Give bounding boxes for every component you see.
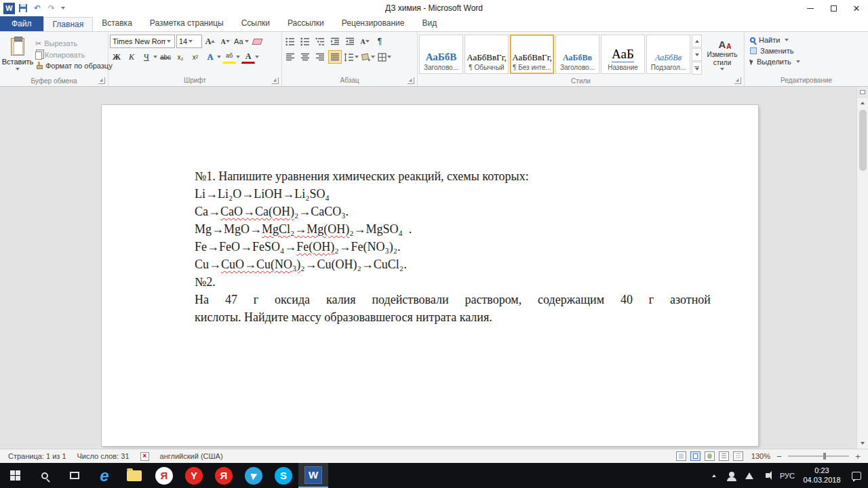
redo-button[interactable]: ↷ bbox=[45, 2, 58, 14]
undo-button[interactable]: ↶ bbox=[31, 2, 43, 14]
web-layout-button[interactable] bbox=[705, 451, 715, 461]
print-layout-button[interactable] bbox=[690, 451, 701, 461]
zoom-out-button[interactable]: − bbox=[774, 451, 784, 461]
change-styles-button[interactable]: АА Изменить стили bbox=[703, 35, 741, 75]
draft-view-button[interactable] bbox=[733, 451, 743, 461]
grow-font-button[interactable]: А bbox=[203, 35, 217, 48]
zoom-slider-thumb[interactable] bbox=[823, 453, 826, 460]
taskbar-app-explorer[interactable] bbox=[119, 463, 149, 488]
style-heading1[interactable]: АаБбВ Заголово... bbox=[419, 35, 463, 74]
zoom-in-button[interactable]: + bbox=[853, 451, 863, 461]
action-center-button[interactable] bbox=[845, 463, 868, 488]
tray-people-button[interactable] bbox=[723, 463, 741, 488]
text-effects-button[interactable]: А bbox=[203, 50, 217, 64]
justify-button[interactable] bbox=[328, 50, 342, 64]
numbering-button[interactable] bbox=[298, 35, 312, 48]
font-size-dropdown-icon[interactable] bbox=[189, 40, 193, 43]
tab-mailings[interactable]: Рассылки bbox=[279, 16, 333, 31]
highlight-color-button[interactable]: аб bbox=[222, 50, 236, 64]
change-case-button[interactable]: Аа bbox=[233, 35, 250, 48]
font-size-combobox[interactable]: 14 bbox=[176, 35, 202, 48]
word-app-icon[interactable]: W bbox=[3, 3, 15, 14]
font-family-combobox[interactable]: Times New Roman bbox=[110, 35, 175, 48]
superscript-button[interactable]: x² bbox=[189, 50, 202, 64]
taskbar-clock[interactable]: 0:23 04.03.2018 bbox=[799, 466, 845, 485]
underline-dropdown-icon[interactable] bbox=[153, 56, 157, 58]
minimize-button[interactable] bbox=[799, 0, 822, 16]
font-family-dropdown-icon[interactable] bbox=[167, 40, 171, 43]
scrollbar-thumb[interactable] bbox=[859, 110, 867, 171]
cut-button[interactable]: ✂ Вырезать bbox=[35, 39, 113, 48]
start-button[interactable] bbox=[0, 463, 30, 488]
align-left-button[interactable] bbox=[283, 50, 297, 64]
style-subtitle[interactable]: АаБбВв Подзагол... bbox=[646, 35, 690, 74]
tray-volume-button[interactable] bbox=[758, 463, 776, 488]
text-effects-dropdown-icon[interactable] bbox=[217, 56, 221, 58]
tab-page-layout[interactable]: Разметка страницы bbox=[141, 16, 233, 31]
decrease-indent-button[interactable] bbox=[328, 35, 342, 48]
style-no-spacing[interactable]: АаБбВвГг, ¶ Без инте... bbox=[510, 35, 554, 74]
paragraph-dialog-launcher[interactable] bbox=[408, 77, 414, 84]
shading-button[interactable] bbox=[361, 50, 376, 64]
close-button[interactable]: ✕ bbox=[845, 0, 868, 16]
styles-more-button[interactable] bbox=[692, 62, 702, 75]
zoom-slider[interactable] bbox=[788, 455, 849, 457]
tab-home[interactable]: Главная bbox=[43, 17, 94, 32]
borders-button[interactable] bbox=[377, 50, 392, 64]
scroll-down-button[interactable] bbox=[857, 438, 868, 449]
document-page[interactable]: №1. Напишите уравнения химических реакци… bbox=[102, 105, 758, 446]
save-button[interactable] bbox=[17, 2, 29, 14]
tab-references[interactable]: Ссылки bbox=[233, 16, 279, 31]
align-right-button[interactable] bbox=[313, 50, 327, 64]
font-dialog-launcher[interactable] bbox=[272, 77, 279, 84]
underline-button[interactable]: Ч bbox=[140, 50, 153, 64]
zoom-level[interactable]: 130% bbox=[751, 452, 770, 460]
styles-scroll-down-button[interactable] bbox=[692, 48, 702, 61]
style-title[interactable]: АаБ Название bbox=[601, 35, 645, 74]
language-switcher[interactable]: РУС bbox=[776, 463, 799, 488]
tab-view[interactable]: Вид bbox=[413, 16, 446, 31]
highlight-dropdown-icon[interactable] bbox=[236, 56, 240, 58]
taskbar-app-yandex2[interactable]: Я bbox=[209, 463, 239, 488]
strikethrough-button[interactable]: abc bbox=[159, 50, 172, 64]
font-color-button[interactable]: А bbox=[241, 50, 255, 64]
style-normal[interactable]: АаБбВвГг, ¶ Обычный bbox=[465, 35, 509, 74]
subscript-button[interactable]: x₂ bbox=[174, 50, 187, 64]
outline-view-button[interactable] bbox=[719, 451, 729, 461]
align-center-button[interactable] bbox=[298, 50, 312, 64]
proofing-status[interactable]: × bbox=[135, 449, 155, 463]
italic-button[interactable]: К bbox=[125, 50, 138, 64]
tab-file[interactable]: Файл bbox=[0, 16, 43, 31]
taskbar-app-telegram[interactable] bbox=[239, 463, 269, 488]
styles-scroll-up-button[interactable] bbox=[692, 35, 702, 47]
copy-button[interactable]: Копировать bbox=[35, 50, 113, 60]
styles-dialog-launcher[interactable] bbox=[734, 77, 741, 84]
word-count[interactable]: Число слов: 31 bbox=[72, 449, 135, 463]
font-color-dropdown-icon[interactable] bbox=[255, 56, 259, 58]
select-button[interactable]: Выделить bbox=[750, 58, 800, 66]
paste-button[interactable]: Вставить bbox=[1, 33, 34, 75]
taskbar-app-yandex[interactable]: Y bbox=[179, 463, 209, 488]
qat-customize-icon[interactable] bbox=[61, 7, 65, 9]
ruler-toggle-button[interactable] bbox=[857, 87, 868, 98]
line-spacing-button[interactable] bbox=[343, 50, 359, 64]
tray-expand-button[interactable] bbox=[705, 463, 723, 488]
scroll-up-button[interactable] bbox=[857, 98, 868, 108]
task-view-button[interactable] bbox=[60, 463, 90, 488]
taskbar-search-button[interactable] bbox=[30, 463, 60, 488]
tab-insert[interactable]: Вставка bbox=[93, 16, 141, 31]
taskbar-app-word[interactable]: W bbox=[298, 463, 328, 488]
tab-review[interactable]: Рецензирование bbox=[333, 16, 414, 31]
paste-dropdown-icon[interactable] bbox=[16, 68, 20, 70]
show-marks-button[interactable]: ¶ bbox=[373, 35, 387, 48]
sort-button[interactable]: А bbox=[358, 35, 372, 48]
clear-formatting-button[interactable] bbox=[251, 35, 264, 48]
language-indicator[interactable]: английский (США) bbox=[155, 449, 229, 463]
clipboard-dialog-launcher[interactable] bbox=[98, 77, 105, 84]
vertical-scrollbar[interactable] bbox=[856, 87, 868, 449]
maximize-button[interactable] bbox=[822, 0, 845, 16]
shrink-font-button[interactable]: А bbox=[218, 35, 232, 48]
increase-indent-button[interactable] bbox=[343, 35, 357, 48]
taskbar-app-edge[interactable]: e bbox=[90, 463, 119, 488]
taskbar-app-skype[interactable]: S bbox=[269, 463, 298, 488]
